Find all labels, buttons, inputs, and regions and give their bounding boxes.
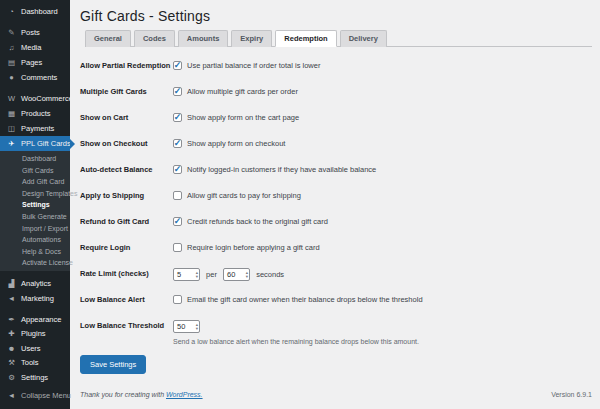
setting-row-rate-limit: Rate Limit (checks) 5 ▴ ▾ per 60 ▴ ▾: [80, 268, 592, 294]
main-content: Gift Cards - Settings General Codes Amou…: [70, 0, 600, 409]
show-on-checkout-checkbox-field[interactable]: ✓ Show apply form on checkout: [173, 138, 592, 149]
sidebar-item-settings[interactable]: ⚙ Settings: [0, 370, 70, 385]
collapse-menu-button[interactable]: ◄ Collapse Menu: [0, 388, 70, 403]
number-spinner[interactable]: ▴ ▾: [196, 271, 198, 278]
sidebar-item-media[interactable]: ♫ Media: [0, 40, 70, 55]
require-login-checkbox-field[interactable]: Require login before applying a gift car…: [173, 242, 592, 253]
collapse-arrow-icon: ◄: [7, 391, 16, 400]
plugins-icon: ✚: [7, 329, 16, 338]
multiple-gift-cards-checkbox-field[interactable]: ✓ Allow multiple gift cards per order: [173, 86, 592, 97]
checkmark-icon: ✓: [174, 113, 182, 121]
checkmark-icon: ✓: [174, 87, 182, 95]
submenu-item-bulk-generate[interactable]: Bulk Generate: [0, 211, 70, 223]
checkbox[interactable]: [173, 191, 182, 200]
checkbox-label: Show apply form on the cart page: [187, 112, 299, 123]
tab-amounts[interactable]: Amounts: [178, 30, 229, 47]
checkbox[interactable]: ✓: [173, 217, 182, 226]
users-icon: ☻: [7, 344, 16, 353]
submenu-item-help-docs[interactable]: Help & Docs: [0, 246, 70, 258]
submenu-item-gift-cards[interactable]: Gift Cards: [0, 165, 70, 177]
checkbox[interactable]: [173, 243, 182, 252]
checkbox[interactable]: ✓: [173, 87, 182, 96]
sidebar-item-plugins[interactable]: ✚ Plugins: [0, 326, 70, 341]
setting-row-low-balance-threshold: Low Balance Threshold 50 ▴ ▾ Send a low …: [80, 320, 592, 346]
setting-row-allow-partial-redemption: Allow Partial Redemption ✓ Use partial b…: [80, 60, 592, 86]
tab-delivery[interactable]: Delivery: [340, 30, 387, 47]
save-settings-button[interactable]: Save Settings: [80, 355, 146, 374]
marketing-icon: ◄: [7, 294, 16, 303]
tab-general[interactable]: General: [85, 30, 131, 47]
sidebar-item-label: Comments: [21, 73, 57, 82]
sidebar-item-tools[interactable]: ⚒ Tools: [0, 355, 70, 370]
submenu-item-add-gift-card[interactable]: Add Gift Card: [0, 176, 70, 188]
number-spinner[interactable]: ▴ ▾: [196, 323, 198, 330]
setting-label: Refund to Gift Card: [80, 216, 173, 227]
sidebar-item-label: Plugins: [21, 329, 46, 338]
sidebar-item-comments[interactable]: ● Comments: [0, 70, 70, 85]
checkbox[interactable]: ✓: [173, 61, 182, 70]
submenu-item-activate-license[interactable]: Activate License: [0, 257, 70, 269]
sidebar-item-label: Appearance: [21, 315, 61, 324]
settings-tabbar: General Codes Amounts Expiry Redemption …: [85, 29, 592, 47]
setting-label: Require Login: [80, 242, 173, 253]
sidebar-item-woocommerce[interactable]: W WooCommerce: [0, 91, 70, 106]
sidebar-item-payments[interactable]: ◫ Payments: [0, 121, 70, 136]
woocommerce-icon: W: [7, 94, 16, 103]
checkbox-label: Notify logged-in customers if they have …: [187, 164, 376, 175]
sidebar-item-dashboard[interactable]: ◔ Dashboard: [0, 4, 70, 19]
checkbox[interactable]: ✓: [173, 165, 182, 174]
footer-version-text: Version 6.9.1: [551, 391, 592, 398]
checkbox[interactable]: [173, 295, 182, 304]
sidebar-item-pages[interactable]: ▤ Pages: [0, 55, 70, 70]
sidebar-item-label: Products: [21, 109, 51, 118]
footer-thanks-prefix: Thank you for creating with: [80, 391, 166, 398]
allow-partial-redemption-checkbox-field[interactable]: ✓ Use partial balance if order total is …: [173, 60, 592, 71]
tab-expiry[interactable]: Expiry: [231, 30, 272, 47]
low-balance-alert-checkbox-field[interactable]: Email the gift card owner when their bal…: [173, 294, 592, 305]
admin-footer: Thank you for creating with WordPress. V…: [80, 391, 592, 398]
sidebar-item-label: PPL Gift Cards: [21, 139, 71, 148]
setting-row-show-on-cart: Show on Cart ✓ Show apply form on the ca…: [80, 112, 592, 138]
setting-label: Auto-detect Balance: [80, 164, 173, 175]
submenu-item-dashboard[interactable]: Dashboard: [0, 153, 70, 165]
sidebar-item-analytics[interactable]: ▟ Analytics: [0, 276, 70, 291]
setting-row-auto-detect-balance: Auto-detect Balance ✓ Notify logged-in c…: [80, 164, 592, 190]
sidebar-item-appearance[interactable]: ✒ Appearance: [0, 312, 70, 327]
checkmark-icon: ✓: [174, 61, 182, 69]
page-title: Gift Cards - Settings: [80, 8, 592, 24]
setting-label: Low Balance Threshold: [80, 320, 173, 331]
number-spinner[interactable]: ▴ ▾: [246, 271, 248, 278]
sidebar-item-label: Payments: [21, 124, 54, 133]
sidebar-item-posts[interactable]: ✎ Posts: [0, 25, 70, 40]
submenu-item-import-export[interactable]: Import / Export: [0, 223, 70, 235]
low-balance-threshold-input[interactable]: 50 ▴ ▾: [173, 320, 200, 333]
setting-label: Apply to Shipping: [80, 190, 173, 201]
setting-row-apply-to-shipping: Apply to Shipping Allow gift cards to pa…: [80, 190, 592, 216]
show-on-cart-checkbox-field[interactable]: ✓ Show apply form on the cart page: [173, 112, 592, 123]
submenu-item-automations[interactable]: Automations: [0, 234, 70, 246]
input-value: 50: [177, 322, 185, 331]
refund-to-gift-card-checkbox-field[interactable]: ✓ Credit refunds back to the original gi…: [173, 216, 592, 227]
pages-icon: ▤: [7, 58, 16, 67]
tab-redemption[interactable]: Redemption: [275, 30, 336, 47]
threshold-description: Send a low balance alert when the remain…: [173, 338, 592, 345]
rate-limit-seconds-input[interactable]: 60 ▴ ▾: [223, 268, 250, 281]
spinner-down-icon: ▾: [246, 275, 248, 279]
appearance-icon: ✒: [7, 315, 16, 324]
sidebar-item-users[interactable]: ☻ Users: [0, 341, 70, 356]
auto-detect-balance-checkbox-field[interactable]: ✓ Notify logged-in customers if they hav…: [173, 164, 592, 175]
apply-to-shipping-checkbox-field[interactable]: Allow gift cards to pay for shipping: [173, 190, 592, 201]
sidebar-item-marketing[interactable]: ◄ Marketing: [0, 291, 70, 306]
checkbox[interactable]: ✓: [173, 113, 182, 122]
checkbox-label: Email the gift card owner when their bal…: [187, 294, 423, 305]
submenu-item-design-templates[interactable]: Design Templates: [0, 188, 70, 200]
sidebar-item-products[interactable]: ▦ Products: [0, 106, 70, 121]
collapse-menu-label: Collapse Menu: [21, 391, 71, 400]
wordpress-link[interactable]: WordPress.: [166, 391, 203, 398]
checkbox[interactable]: ✓: [173, 139, 182, 148]
sidebar-item-ppl-gift-cards[interactable]: ✈ PPL Gift Cards: [0, 136, 70, 151]
posts-icon: ✎: [7, 28, 16, 37]
submenu-item-settings[interactable]: Settings: [0, 199, 70, 211]
rate-limit-count-input[interactable]: 5 ▴ ▾: [173, 268, 200, 281]
tab-codes[interactable]: Codes: [134, 30, 175, 47]
